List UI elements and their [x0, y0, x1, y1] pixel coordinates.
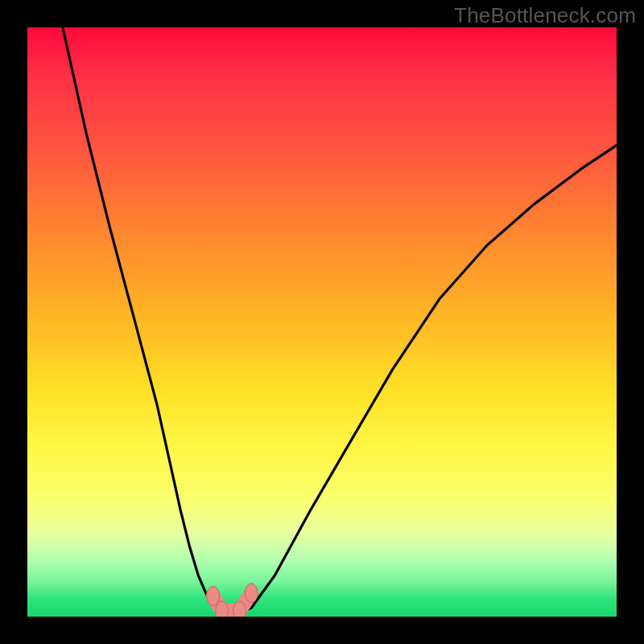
chart-frame: TheBottleneck.com	[0, 0, 644, 644]
valley-markers	[27, 27, 617, 617]
valley-marker	[216, 601, 229, 617]
watermark-text: TheBottleneck.com	[454, 3, 636, 28]
valley-marker-connector	[213, 593, 252, 611]
valley-marker	[207, 586, 220, 605]
valley-marker	[233, 601, 246, 617]
bottleneck-curve	[27, 27, 617, 617]
valley-marker	[245, 584, 258, 603]
plot-area	[27, 27, 617, 617]
